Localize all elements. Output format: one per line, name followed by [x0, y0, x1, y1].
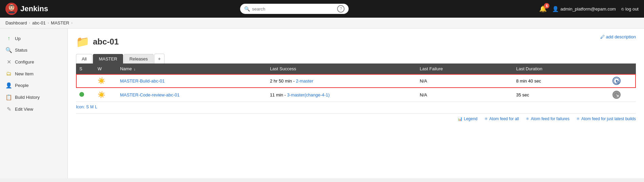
- row1-last-failure: N/A: [416, 74, 513, 88]
- jobs-table: S W Name ↓ Last Success Last Failure Las…: [76, 63, 636, 102]
- row1-last-duration: 8 min 40 sec: [513, 74, 609, 88]
- breadcrumb-abc01[interactable]: abc-01: [32, 20, 46, 25]
- header: Jenkins 🔍 ? 🔔 6 👤 admin_platform@epam.co…: [0, 0, 644, 18]
- sidebar-item-up[interactable]: ↑ Up: [0, 33, 67, 44]
- col-header-name[interactable]: Name ↓: [117, 63, 267, 74]
- breadcrumb-master[interactable]: MASTER: [51, 20, 69, 25]
- row2-last-duration: 35 sec: [513, 88, 609, 102]
- row2-last-failure: N/A: [416, 88, 513, 102]
- col-header-last-duration[interactable]: Last Duration: [513, 63, 609, 74]
- tabs-bar: All MASTER Releases +: [76, 54, 636, 63]
- svg-point-2: [10, 7, 11, 8]
- row1-success-link[interactable]: 2-master: [296, 78, 313, 84]
- content-area: 📁 abc-01 🖊 add description All MASTER Re…: [68, 29, 644, 178]
- sidebar-item-configure[interactable]: ✕ Configure: [0, 56, 67, 68]
- run-build-button-1[interactable]: [612, 77, 621, 85]
- row2-name: MASTER-Code-review-abc-01: [117, 88, 267, 102]
- atom-latest-icon: ⚛: [576, 116, 580, 121]
- row1-name: MASTER-Build-abc-01: [117, 74, 267, 88]
- page-title: abc-01: [93, 37, 119, 47]
- row2-action: [609, 88, 636, 102]
- sidebar-label-up: Up: [15, 36, 21, 41]
- help-icon[interactable]: ?: [337, 5, 345, 13]
- row2-success-link[interactable]: 3-master(change-4-1): [287, 92, 330, 97]
- sidebar-item-status[interactable]: 🔍 Status: [0, 44, 67, 56]
- weather-sunny-icon: ☀️: [98, 77, 105, 84]
- icon-legend-label: Icon:: [76, 105, 85, 109]
- legend-icon: 📊: [457, 116, 463, 121]
- row1-action: [609, 74, 636, 88]
- icon-size-s[interactable]: S: [86, 105, 89, 109]
- sidebar-item-new-item[interactable]: 🗂 New Item: [0, 68, 67, 79]
- search-input[interactable]: [252, 6, 334, 12]
- tab-releases[interactable]: Releases: [124, 54, 154, 63]
- sidebar-label-new-item: New Item: [15, 71, 34, 76]
- atom-latest-label: Atom feed for just latest builds: [581, 116, 636, 121]
- search-wrapper: 🔍 ?: [240, 4, 349, 14]
- sidebar-label-people: People: [15, 83, 28, 88]
- sidebar-item-edit-view[interactable]: ✎ Edit View: [0, 103, 67, 115]
- user-icon: 👤: [552, 6, 559, 12]
- table-row: ☀️ MASTER-Build-abc-01 2 hr 50 min - 2-m…: [76, 74, 636, 88]
- svg-point-3: [13, 7, 14, 8]
- logout-label: log out: [625, 6, 639, 12]
- row2-status: [76, 88, 94, 102]
- atom-failures-link[interactable]: ⚛ Atom feed for failures: [526, 116, 569, 121]
- legend-label: Legend: [464, 116, 477, 121]
- table-row: ☀️ MASTER-Code-review-abc-01 11 min - 3-…: [76, 88, 636, 102]
- row2-last-success: 11 min - 3-master(change-4-1): [267, 88, 416, 102]
- atom-all-icon: ⚛: [484, 116, 488, 121]
- col-header-last-success[interactable]: Last Success: [267, 63, 416, 74]
- add-description-button[interactable]: 🖊 add description: [600, 34, 636, 39]
- row1-status: [76, 74, 94, 88]
- notification-bell[interactable]: 🔔 6: [539, 5, 547, 13]
- run-build-button-2[interactable]: [612, 91, 621, 99]
- footer-links: 📊 Legend ⚛ Atom feed for all ⚛ Atom feed…: [76, 113, 636, 124]
- tab-all[interactable]: All: [76, 54, 92, 63]
- sidebar-label-build-history: Build History: [15, 95, 40, 100]
- icon-legend: Icon: S M L: [76, 102, 636, 112]
- new-item-icon: 🗂: [5, 71, 12, 77]
- icon-size-m[interactable]: M: [90, 105, 94, 109]
- logo-area[interactable]: Jenkins: [5, 3, 50, 15]
- row1-weather: ☀️: [94, 74, 117, 88]
- tab-add-button[interactable]: +: [154, 54, 164, 63]
- add-description-label: add description: [606, 34, 636, 39]
- sidebar: ↑ Up 🔍 Status ✕ Configure 🗂 New Item 👤 P…: [0, 29, 68, 178]
- folder-icon: 📁: [76, 35, 90, 48]
- sidebar-label-configure: Configure: [15, 59, 34, 65]
- atom-all-link[interactable]: ⚛ Atom feed for all: [484, 116, 519, 121]
- sidebar-item-people[interactable]: 👤 People: [0, 79, 67, 91]
- job-link-code-review[interactable]: MASTER-Code-review-abc-01: [120, 92, 180, 97]
- col-header-s[interactable]: S: [76, 63, 94, 74]
- weather-sunny-icon-2: ☀️: [98, 91, 105, 98]
- breadcrumb-dashboard[interactable]: Dashboard: [5, 20, 27, 25]
- atom-latest-link[interactable]: ⚛ Atom feed for just latest builds: [576, 116, 636, 121]
- svg-rect-4: [8, 12, 15, 13]
- logout-button[interactable]: ⎋ log out: [621, 6, 639, 12]
- job-link-master-build[interactable]: MASTER-Build-abc-01: [120, 78, 165, 84]
- col-header-w[interactable]: W: [94, 63, 117, 74]
- people-icon: 👤: [5, 82, 12, 89]
- sidebar-label-status: Status: [15, 48, 27, 53]
- sidebar-item-build-history[interactable]: 📋 Build History: [0, 91, 67, 103]
- row2-weather: ☀️: [94, 88, 117, 102]
- main-layout: ↑ Up 🔍 Status ✕ Configure 🗂 New Item 👤 P…: [0, 29, 644, 178]
- tab-master[interactable]: MASTER: [93, 54, 123, 63]
- configure-icon: ✕: [5, 59, 12, 65]
- atom-all-label: Atom feed for all: [489, 116, 519, 121]
- legend-link[interactable]: 📊 Legend: [457, 116, 477, 121]
- atom-failures-label: Atom feed for failures: [531, 116, 569, 121]
- row1-last-success: 2 hr 50 min - 2-master: [267, 74, 416, 88]
- user-name: admin_platform@epam.com: [560, 6, 616, 12]
- sidebar-label-edit-view: Edit View: [15, 107, 33, 112]
- icon-size-l[interactable]: L: [95, 105, 97, 109]
- jenkins-title: Jenkins: [20, 4, 48, 13]
- edit-view-icon: ✎: [5, 106, 12, 112]
- logout-icon: ⎋: [621, 6, 624, 12]
- user-info[interactable]: 👤 admin_platform@epam.com: [552, 6, 616, 12]
- col-header-last-failure[interactable]: Last Failure: [416, 63, 513, 74]
- status-green-icon: [79, 92, 84, 97]
- atom-failures-icon: ⚛: [526, 116, 529, 121]
- jenkins-logo-icon: [5, 3, 18, 15]
